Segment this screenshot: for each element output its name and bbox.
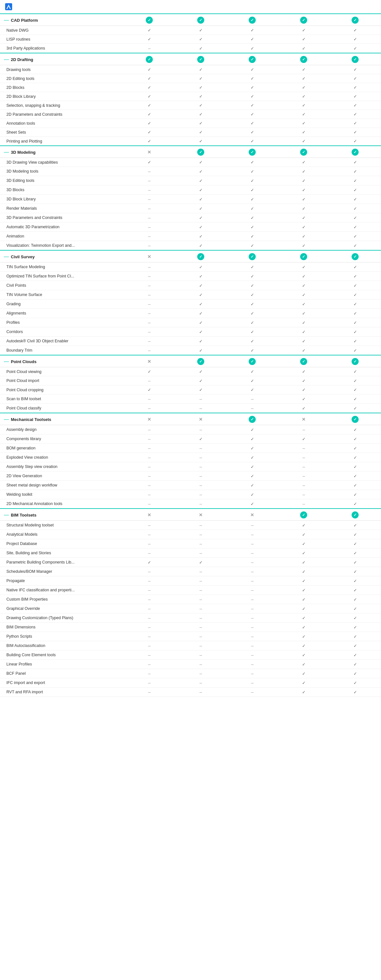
check-icon: ✓: [302, 215, 306, 220]
row-val-5-4-2: ✓: [226, 462, 278, 471]
dash-icon: –: [148, 178, 151, 183]
check-icon: ✓: [148, 139, 151, 143]
row-val-1-8-2: ✓: [226, 137, 278, 146]
row-val-2-6-4: ✓: [330, 213, 381, 223]
check-icon: ✓: [354, 474, 357, 479]
dash-icon: –: [251, 587, 253, 593]
check-icon: ✓: [250, 112, 254, 117]
check-icon: ✓: [199, 130, 202, 135]
row-val-2-3-1: ✓: [175, 185, 226, 195]
section-val-2-2: ✓: [226, 146, 278, 158]
check-icon: ✓: [199, 369, 202, 374]
row-val-6-12-0: –: [124, 632, 175, 641]
dash-icon: –: [148, 396, 151, 401]
row-val-5-2-1: –: [175, 444, 226, 453]
row-val-3-8-1: ✓: [175, 337, 226, 346]
feature-name-cell: Custom BIM Properties: [0, 595, 124, 604]
section-val-3-4: ✓: [330, 250, 381, 262]
row-val-2-9-2: ✓: [226, 241, 278, 251]
row-val-1-4-3: ✓: [278, 101, 330, 110]
check-circle-icon: ✓: [197, 358, 204, 365]
row-val-1-4-0: ✓: [124, 101, 175, 110]
header-mechanical: [226, 0, 278, 14]
row-val-3-3-1: ✓: [175, 290, 226, 299]
row-val-5-8-2: ✓: [226, 499, 278, 509]
check-icon: ✓: [302, 634, 306, 639]
dash-icon: –: [148, 615, 151, 620]
row-val-3-9-2: ✓: [226, 346, 278, 355]
dash-icon: –: [148, 197, 151, 202]
row-val-5-1-0: –: [124, 434, 175, 444]
dash-icon: –: [199, 406, 202, 411]
check-icon: ✓: [302, 437, 306, 441]
check-icon: ✓: [354, 597, 357, 602]
row-val-6-0-3: ✓: [278, 521, 330, 530]
row-val-2-3-4: ✓: [330, 185, 381, 195]
feature-name-cell: Schedules/BOM Manager: [0, 567, 124, 576]
section-dash-icon: —: [4, 512, 9, 518]
feature-name-cell: 2D Editing tools: [0, 74, 124, 83]
row-val-5-2-3: –: [278, 444, 330, 453]
check-icon: ✓: [354, 483, 357, 488]
row-val-4-3-0: –: [124, 395, 175, 404]
row-val-2-1-4: ✓: [330, 167, 381, 176]
feature-name-cell: Linear Profiles: [0, 660, 124, 669]
dash-icon: –: [148, 569, 151, 574]
check-icon: ✓: [250, 302, 254, 307]
row-val-1-7-4: ✓: [330, 128, 381, 137]
feature-name-cell: Automatic 3D Parametrization: [0, 223, 124, 232]
feature-name-cell: Native IFC classification and properti..…: [0, 585, 124, 595]
dash-icon: –: [199, 680, 202, 685]
cross-icon: ✕: [199, 417, 202, 422]
check-icon: ✓: [302, 197, 306, 202]
row-val-6-11-0: –: [124, 623, 175, 632]
row-val-0-1-3: ✓: [278, 35, 330, 44]
table-row: Structural Modeling toolset–––✓✓: [0, 521, 381, 530]
row-val-6-10-3: ✓: [278, 613, 330, 623]
dash-icon: –: [148, 680, 151, 685]
check-icon: ✓: [199, 139, 202, 143]
table-row: RVT and RFA import–––✓✓: [0, 687, 381, 697]
row-val-6-18-0: –: [124, 687, 175, 697]
check-icon: ✓: [199, 348, 202, 353]
comparison-table-wrapper: —CAD Platform✓✓✓✓✓Native DWG✓✓✓✓✓LISP ro…: [0, 0, 381, 697]
dash-icon: –: [148, 224, 151, 229]
row-val-3-2-1: ✓: [175, 281, 226, 290]
row-val-3-5-1: ✓: [175, 309, 226, 318]
table-row: Site, Building and Stories–––✓✓: [0, 549, 381, 558]
feature-name-cell: 3rd Party Applications: [0, 44, 124, 53]
row-val-5-0-3: –: [278, 425, 330, 434]
row-val-1-2-4: ✓: [330, 83, 381, 92]
check-circle-icon: ✓: [197, 253, 204, 260]
row-val-2-8-3: ✓: [278, 232, 330, 241]
row-val-6-16-3: ✓: [278, 669, 330, 678]
feature-name-cell: 2D Mechanical Annotation tools: [0, 499, 124, 509]
row-val-5-1-3: ✓: [278, 434, 330, 444]
check-icon: ✓: [302, 76, 306, 81]
dash-icon: –: [148, 578, 151, 583]
check-icon: ✓: [199, 234, 202, 239]
row-val-5-4-4: ✓: [330, 462, 381, 471]
table-row: 3D Parameters and Constraints–✓✓✓✓: [0, 213, 381, 223]
feature-name-cell: Propagate: [0, 576, 124, 585]
table-row: Selection, snapping & tracking✓✓✓✓✓: [0, 101, 381, 110]
row-val-2-9-3: ✓: [278, 241, 330, 251]
row-val-6-1-1: –: [175, 530, 226, 539]
table-row: 2D Blocks✓✓✓✓✓: [0, 83, 381, 92]
dash-icon: –: [199, 615, 202, 620]
row-val-6-2-4: ✓: [330, 539, 381, 549]
check-icon: ✓: [302, 569, 306, 574]
check-icon: ✓: [302, 369, 306, 374]
section-val-3-2: ✓: [226, 250, 278, 262]
row-val-1-4-4: ✓: [330, 101, 381, 110]
row-val-4-3-1: –: [175, 395, 226, 404]
row-val-4-2-2: ✓: [226, 385, 278, 395]
dash-icon: –: [148, 234, 151, 239]
row-val-6-12-1: –: [175, 632, 226, 641]
feature-name-cell: Native DWG: [0, 26, 124, 35]
feature-name-cell: Analytical Models: [0, 530, 124, 539]
feature-name-cell: Python Scripts: [0, 632, 124, 641]
feature-name-cell: Profiles: [0, 318, 124, 327]
row-val-6-1-2: –: [226, 530, 278, 539]
row-val-3-4-0: –: [124, 299, 175, 309]
